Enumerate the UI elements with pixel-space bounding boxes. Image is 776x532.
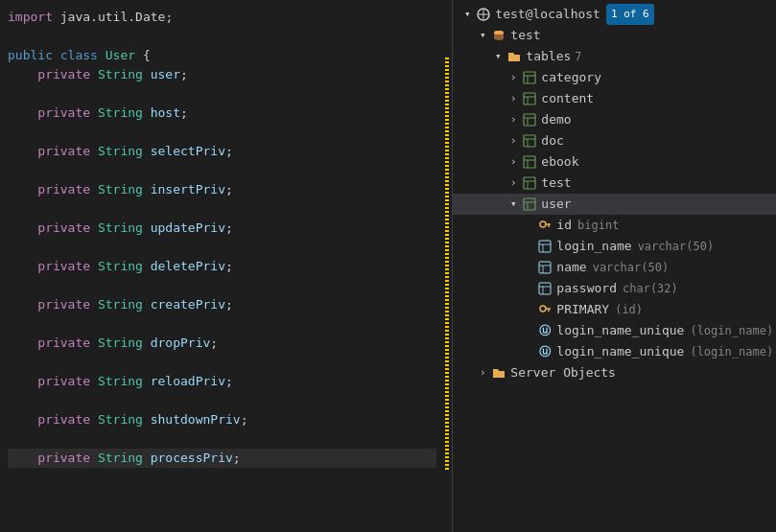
connection-badge: 1 of 6 <box>606 4 654 25</box>
column-meta-idx_login_name_unique: (login_name) <box>690 320 773 341</box>
database-tree[interactable]: ▾test@localhost1 of 6▾test▾tables7›categ… <box>453 0 776 387</box>
chevron-tbl_test: › <box>506 173 520 194</box>
code-line-8: private String selectPriv; <box>8 142 436 161</box>
table-icon-tbl_category <box>522 70 537 85</box>
code-content: import java.util.Date; public class User… <box>0 0 436 532</box>
code-line-3: public class User { <box>8 46 436 65</box>
chevron-tables_node: ▾ <box>491 46 505 67</box>
tree-item-tbl_doc[interactable]: ›doc <box>453 130 776 151</box>
code-line-2 <box>8 27 436 46</box>
table-icon-tbl_content <box>522 91 537 106</box>
svg-rect-20 <box>524 177 535 189</box>
svg-rect-5 <box>524 72 535 83</box>
code-line-10: private String insertPriv; <box>8 180 436 199</box>
chevron-tbl_ebook: › <box>506 151 520 173</box>
column-meta-col_password: char(32) <box>623 278 678 299</box>
tree-item-col_password[interactable]: passwordchar(32) <box>453 278 776 299</box>
db-tree-panel: ▾test@localhost1 of 6▾test▾tables7›categ… <box>452 0 776 532</box>
table-icon-tbl_user <box>522 197 537 212</box>
code-line-24: private String processPriv; <box>8 449 436 468</box>
table-icon-tbl_ebook <box>522 154 537 170</box>
table-icon-tbl_doc <box>522 133 537 149</box>
tree-label-tbl_test: test <box>541 173 571 194</box>
code-line-19 <box>8 353 436 372</box>
chevron-tbl_category: › <box>506 67 520 88</box>
code-line-12: private String updatePriv; <box>8 219 436 238</box>
tree-label-conn: test@localhost <box>495 4 600 25</box>
table-count-tables_node: 7 <box>575 46 581 67</box>
code-line-13 <box>8 238 436 257</box>
tree-label-col_name: name <box>556 257 586 278</box>
folder-icon-server_objects <box>491 365 506 381</box>
tree-label-tbl_demo: demo <box>541 109 571 130</box>
svg-rect-29 <box>539 241 551 252</box>
tree-label-tbl_ebook: ebook <box>541 151 578 173</box>
code-line-14: private String deletePriv; <box>8 257 436 276</box>
tree-label-col_login_name: login_name <box>556 236 631 257</box>
tree-item-idx_login_name_unique2[interactable]: ⓤlogin_name_unique(login_name) UNIC <box>453 341 776 362</box>
tree-item-tbl_test[interactable]: ›test <box>453 173 776 194</box>
tree-label-idx_login_name_unique: login_name_unique <box>556 320 684 341</box>
code-line-7 <box>8 123 436 142</box>
column-icon-col_name <box>537 260 553 275</box>
tree-item-col_id[interactable]: idbigint <box>453 215 776 236</box>
code-line-4: private String user; <box>8 65 436 84</box>
tree-label-tbl_content: content <box>541 88 594 109</box>
tree-item-idx_login_name_unique[interactable]: ⓤlogin_name_unique(login_name) <box>453 320 776 341</box>
column-meta-col_name: varchar(50) <box>593 257 669 278</box>
svg-rect-8 <box>524 93 535 104</box>
column-meta-col_id: bigint <box>577 215 619 236</box>
column-icon-col_login_name <box>537 239 553 254</box>
chevron-db_test: ▾ <box>476 25 489 46</box>
chevron-tbl_user: ▾ <box>506 194 520 215</box>
code-line-20: private String reloadPriv; <box>8 372 436 391</box>
tree-label-db_test: test <box>510 25 540 46</box>
tree-item-tbl_user[interactable]: ▾user <box>453 194 776 215</box>
svg-point-38 <box>540 306 546 312</box>
tree-label-col_password: password <box>556 278 617 299</box>
code-line-23 <box>8 429 436 449</box>
code-line-22: private String shutdownPriv; <box>8 410 436 429</box>
code-line-9 <box>8 161 436 180</box>
index-icon-idx_primary <box>537 302 553 317</box>
tree-item-idx_primary[interactable]: PRIMARY(id) <box>453 299 776 320</box>
code-editor: import java.util.Date; public class User… <box>0 0 444 532</box>
tree-label-col_id: id <box>556 215 572 236</box>
folder-icon-tables_node <box>506 49 522 64</box>
column-meta-idx_primary: (id) <box>615 299 643 320</box>
tree-label-idx_login_name_unique2: login_name_unique <box>556 341 684 362</box>
svg-rect-23 <box>524 198 535 210</box>
tree-item-server_objects[interactable]: ›Server Objects <box>453 362 776 383</box>
svg-rect-14 <box>524 135 535 147</box>
tree-item-tbl_content[interactable]: ›content <box>453 88 776 109</box>
chevron-tbl_demo: › <box>506 109 520 130</box>
tree-item-tables_node[interactable]: ▾tables7 <box>453 46 776 67</box>
index-icon-idx_login_name_unique2: ⓤ <box>537 344 553 359</box>
code-line-21 <box>8 391 436 410</box>
chevron-tbl_content: › <box>506 88 520 109</box>
tree-label-tables_node: tables <box>526 46 571 67</box>
tree-item-tbl_ebook[interactable]: ›ebook <box>453 151 776 173</box>
code-line-11 <box>8 199 436 219</box>
code-line-16: private String createPriv; <box>8 295 436 314</box>
tree-label-idx_primary: PRIMARY <box>556 299 609 320</box>
svg-rect-11 <box>524 114 535 126</box>
tree-item-tbl_demo[interactable]: ›demo <box>453 109 776 130</box>
tree-item-col_name[interactable]: namevarchar(50) <box>453 257 776 278</box>
tree-item-tbl_category[interactable]: ›category <box>453 67 776 88</box>
column-icon-col_password <box>537 281 553 296</box>
tree-label-tbl_doc: doc <box>541 130 563 151</box>
code-line-1: import java.util.Date; <box>8 8 436 27</box>
tree-item-conn[interactable]: ▾test@localhost1 of 6 <box>453 4 776 25</box>
tree-label-tbl_category: category <box>541 67 601 88</box>
change-markers <box>444 0 452 532</box>
svg-rect-17 <box>524 156 535 168</box>
tree-item-db_test[interactable]: ▾test <box>453 25 776 46</box>
database-icon-db_test <box>491 28 506 43</box>
tree-label-tbl_user: user <box>541 194 571 215</box>
svg-point-26 <box>540 221 546 227</box>
column-meta-col_login_name: varchar(50) <box>638 236 714 257</box>
table-icon-tbl_test <box>522 175 537 191</box>
tree-item-col_login_name[interactable]: login_namevarchar(50) <box>453 236 776 257</box>
code-line-5 <box>8 84 436 104</box>
